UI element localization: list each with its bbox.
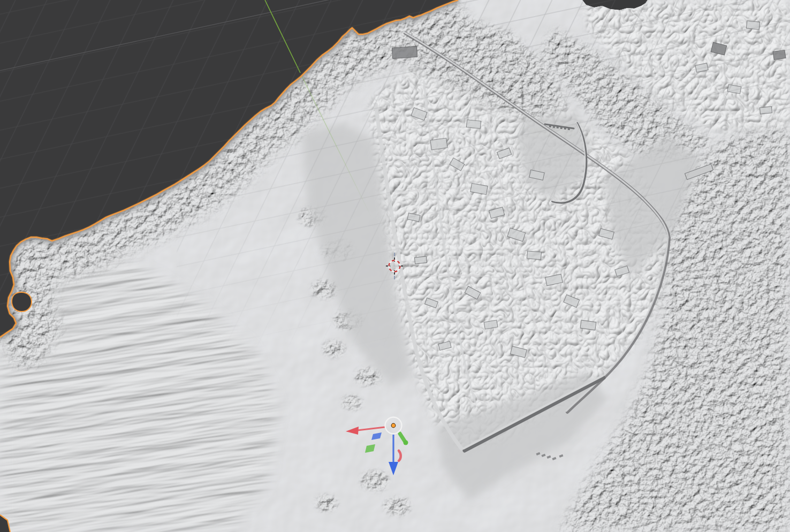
- blender-3d-viewport[interactable]: [0, 0, 790, 532]
- viewport-canvas[interactable]: [0, 0, 790, 532]
- harbor-inlet: [12, 292, 32, 311]
- object-origin-dot: [391, 423, 396, 428]
- gizmo-y-ball[interactable]: [404, 440, 408, 445]
